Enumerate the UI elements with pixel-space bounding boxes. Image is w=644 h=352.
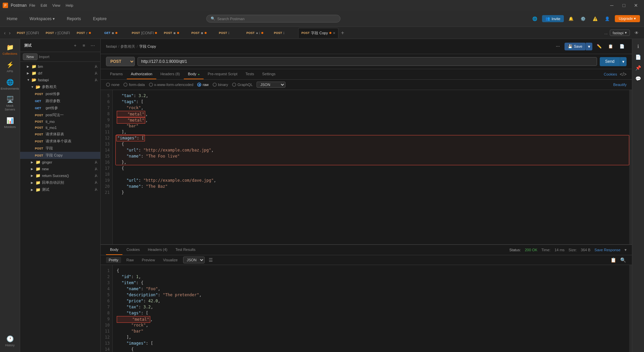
tab-1[interactable]: POST [CONFI	[14, 28, 42, 38]
resp-fmt-visualize[interactable]: Visualize	[160, 257, 180, 263]
radio-urlencoded[interactable]: x-www-form-urlencoded	[149, 83, 194, 87]
search-bar[interactable]: 🔍 Search Postman	[206, 15, 340, 23]
request-code-content[interactable]: "tax": 3.2, "tags": [ "rock", "metal", "…	[113, 90, 629, 244]
tree-item-return-success[interactable]: ▶ 📁 return Success() 从	[20, 172, 100, 179]
right-icon-doc[interactable]: 📄	[634, 52, 643, 62]
tree-item-get-params[interactable]: GET get传参	[20, 104, 100, 112]
search-response-btn[interactable]: 🔍	[620, 257, 627, 263]
nav-workspaces[interactable]: Workspaces ▾	[27, 15, 57, 23]
nav-home[interactable]: Home	[4, 15, 20, 23]
resp-fmt-preview[interactable]: Preview	[139, 257, 158, 263]
menu-view[interactable]: View	[52, 3, 60, 7]
filter-collections-btn[interactable]: ≡	[80, 42, 88, 49]
tab-close-btn[interactable]: ✕	[333, 31, 335, 35]
tree-item-fastapi[interactable]: ▼ 📂 fastapi 从	[20, 77, 100, 83]
send-dropdown-btn[interactable]: ▾	[620, 57, 627, 66]
sidebar-item-history[interactable]: 🕐 History	[1, 333, 19, 349]
menu-file[interactable]: File	[29, 3, 35, 7]
tree-item-auto-identify[interactable]: ▶ 📁 回单自动识别 从	[20, 179, 100, 186]
right-icon-pin[interactable]: 📌	[634, 63, 643, 73]
radio-form-data[interactable]: form-data	[123, 83, 145, 87]
settings-icon[interactable]: ⚙️	[579, 14, 588, 24]
tab-authorization[interactable]: Authorization	[127, 69, 156, 79]
save-dropdown-btn[interactable]: ▾	[586, 43, 592, 50]
tree-item-ginger[interactable]: ▶ 📁 ginger 从	[20, 159, 100, 166]
tree-item-test[interactable]: ▶ 📁 测试 从	[20, 186, 100, 193]
tab-tests[interactable]: Tests	[241, 69, 258, 79]
add-collection-btn[interactable]: +	[71, 42, 79, 49]
tree-item-new[interactable]: ▶ 📁 new 从	[20, 166, 100, 172]
resp-fmt-pretty[interactable]: Pretty	[106, 257, 121, 263]
right-icon-comment[interactable]: 💬	[634, 74, 643, 83]
sync-icon[interactable]: 🌐	[530, 14, 539, 24]
kebab-menu-btn[interactable]: ⋯	[553, 42, 562, 51]
url-input[interactable]	[138, 57, 597, 66]
alert-icon[interactable]: ⚠️	[591, 14, 600, 24]
right-icon-info[interactable]: ℹ	[634, 42, 643, 51]
json-format-select[interactable]: JSON Text JavaScript HTML XML	[257, 82, 285, 88]
tree-item-request-single[interactable]: POST 请求体单个获表	[20, 138, 100, 145]
tab-next-btn[interactable]: ›	[8, 30, 12, 36]
tree-item-drf[interactable]: ▶ 📁 drf 从	[20, 70, 100, 77]
invite-button[interactable]: 👥 Invite	[542, 15, 564, 22]
save-response-dropdown[interactable]: ▾	[625, 248, 627, 252]
scrollbar-track[interactable]	[629, 90, 632, 244]
resp-fmt-raw[interactable]: Raw	[124, 257, 137, 263]
tab-settings[interactable]: Settings	[258, 69, 280, 79]
radio-graphql[interactable]: GraphQL	[232, 83, 253, 87]
menu-help[interactable]: Help	[66, 3, 73, 7]
tab-3[interactable]: POST r	[74, 28, 101, 38]
edit-icon[interactable]: ✏️	[594, 42, 604, 51]
tree-item-timo[interactable]: POST ti_mo	[20, 119, 100, 125]
environment-selector[interactable]: fastapi ▾	[610, 30, 630, 36]
tab-2[interactable]: POST r [CONFI	[43, 28, 73, 38]
sidebar-item-monitors[interactable]: 📊 Monitors	[1, 115, 19, 131]
tab-10[interactable]: POST i	[271, 28, 298, 38]
eye-icon[interactable]: 👁	[632, 28, 641, 38]
resp-scrollbar-track[interactable]	[629, 265, 632, 352]
breadcrumb-fastapi[interactable]: fastapi	[106, 44, 117, 48]
tab-7[interactable]: POST ■	[188, 28, 215, 38]
tab-body[interactable]: Body ●	[184, 69, 204, 79]
method-select[interactable]: POST GET PUT DELETE	[106, 57, 135, 66]
nav-explore[interactable]: Explore	[90, 15, 109, 23]
tree-item-post-method[interactable]: POST post写法一	[20, 112, 100, 119]
avatar-icon[interactable]: 👤	[603, 14, 612, 24]
code-link[interactable]: </>	[620, 72, 627, 77]
resp-json-select[interactable]: JSON	[183, 257, 205, 263]
radio-none[interactable]: none	[106, 83, 119, 87]
new-tab-button[interactable]: +	[339, 29, 346, 37]
tab-prev-btn[interactable]: ‹	[3, 30, 7, 36]
upgrade-button[interactable]: Upgrade ▾	[615, 15, 640, 22]
minimize-button[interactable]: ─	[606, 2, 617, 9]
tab-pre-request[interactable]: Pre-request Script	[204, 69, 241, 79]
sidebar-item-collections[interactable]: 📁 Collections	[1, 42, 19, 58]
nav-reports[interactable]: Reports	[64, 15, 84, 23]
breadcrumb-section[interactable]: 参数相关	[120, 44, 135, 49]
tree-item-request-body[interactable]: POST 请求体获表	[20, 131, 100, 138]
tree-item-params[interactable]: ▼ 📂 参数相关	[20, 83, 100, 90]
more-options-btn[interactable]: ⋯	[89, 42, 96, 49]
tab-headers[interactable]: Headers (8)	[156, 69, 184, 79]
cookies-link[interactable]: Cookies	[604, 72, 617, 76]
tab-6[interactable]: POST ■	[161, 28, 187, 38]
copy-icon[interactable]: 📋	[606, 42, 615, 51]
tree-item-field[interactable]: POST 字段	[20, 145, 100, 152]
radio-raw[interactable]: raw	[197, 83, 209, 87]
notification-icon[interactable]: 🔔	[567, 14, 576, 24]
resp-tab-body[interactable]: Body	[106, 245, 122, 255]
doc-icon[interactable]: 📄	[617, 42, 627, 51]
tab-9[interactable]: POST ● i	[243, 28, 270, 38]
resp-tab-headers[interactable]: Headers (4)	[144, 245, 171, 255]
tree-item-bm[interactable]: ▶ 📁 bm 从	[20, 63, 100, 70]
tab-8[interactable]: POST i	[216, 28, 243, 38]
save-response-btn[interactable]: Save Response	[594, 248, 621, 252]
tree-item-field-copy[interactable]: POST 字段 Copy	[20, 152, 100, 159]
tab-4[interactable]: GET ■	[101, 28, 128, 38]
resp-tab-test-results[interactable]: Test Results	[171, 245, 200, 255]
radio-binary[interactable]: binary	[213, 83, 228, 87]
beautify-button[interactable]: Beautify	[613, 83, 627, 87]
tree-item-get-path[interactable]: GET 路径参数	[20, 97, 100, 104]
tree-item-post-params[interactable]: POST post传参	[20, 90, 100, 97]
more-tabs-btn[interactable]: ...	[604, 31, 608, 35]
